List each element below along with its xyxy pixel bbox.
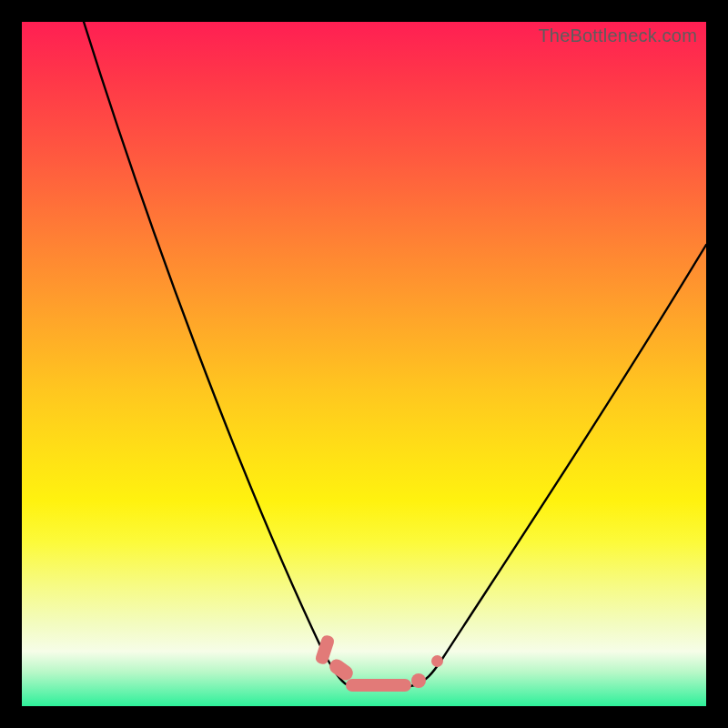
bottleneck-curve <box>22 22 706 706</box>
curve-path <box>84 22 706 690</box>
plot-area: TheBottleneck.com <box>22 22 706 706</box>
chart-frame: TheBottleneck.com <box>0 0 728 728</box>
